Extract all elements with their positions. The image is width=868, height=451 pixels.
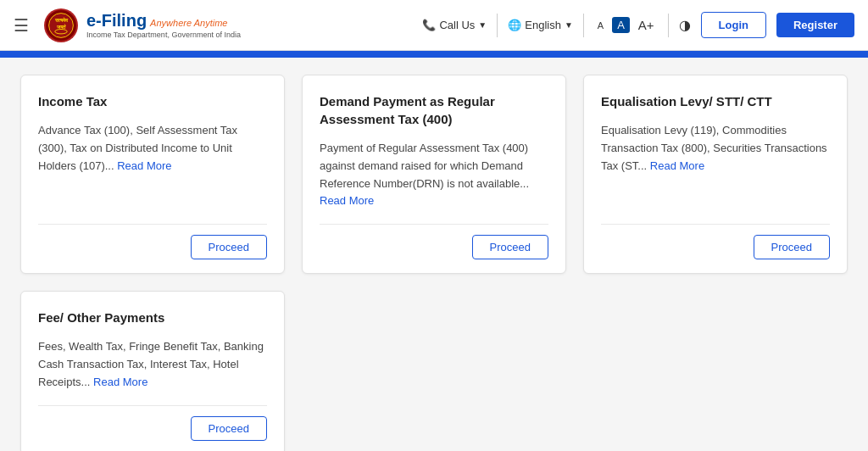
income-tax-title: Income Tax — [38, 92, 267, 110]
svg-text:सत्यमेव: सत्यमेव — [54, 17, 69, 23]
income-tax-footer: Proceed — [38, 224, 267, 259]
logo-subtitle: Income Tax Department, Government of Ind… — [86, 31, 241, 39]
demand-payment-footer: Proceed — [320, 224, 548, 259]
login-button[interactable]: Login — [701, 12, 766, 38]
contrast-button[interactable]: ◑ — [679, 17, 691, 33]
logo-text: e-Filing Anywhere Anytime Income Tax Dep… — [86, 11, 241, 39]
hamburger-menu-icon[interactable]: ☰ — [14, 15, 29, 36]
header: ☰ सत्यमेव जयते e-Filing Anywhere Anytime… — [0, 0, 868, 51]
fee-other-proceed-button[interactable]: Proceed — [191, 416, 267, 441]
font-larger-button[interactable]: A+ — [635, 16, 658, 34]
language-label: English — [525, 19, 561, 31]
header-right: 📞 Call Us ▼ 🌐 English ▼ A A A+ ◑ Login R… — [422, 12, 854, 38]
font-controls: A A A+ — [594, 16, 658, 34]
svg-text:जयते: जयते — [56, 23, 66, 29]
income-tax-proceed-button[interactable]: Proceed — [191, 235, 267, 259]
logo-efiling: e-Filing — [86, 11, 147, 31]
fee-other-description: Fees, Wealth Tax, Fringe Benefit Tax, Ba… — [38, 338, 267, 391]
call-us-button[interactable]: 📞 Call Us ▼ — [422, 19, 487, 31]
logo-tagline: Anywhere Anytime — [150, 18, 227, 28]
header-left: ☰ सत्यमेव जयते e-Filing Anywhere Anytime… — [14, 8, 422, 42]
fee-other-read-more[interactable]: Read More — [93, 376, 147, 388]
demand-payment-title: Demand Payment as Regular Assessment Tax… — [320, 92, 548, 128]
cards-grid: Income Tax Advance Tax (100), Self Asses… — [20, 75, 848, 451]
fee-other-title: Fee/ Other Payments — [38, 309, 267, 326]
call-us-chevron: ▼ — [478, 20, 487, 30]
demand-payment-description: Payment of Regular Assessment Tax (400) … — [320, 140, 548, 210]
blue-accent-bar — [0, 51, 868, 58]
call-us-label: Call Us — [439, 19, 475, 31]
demand-payment-proceed-button[interactable]: Proceed — [472, 235, 548, 259]
income-tax-read-more[interactable]: Read More — [117, 159, 171, 172]
government-emblem: सत्यमेव जयते — [44, 8, 78, 42]
divider-3 — [668, 14, 669, 37]
demand-payment-read-more[interactable]: Read More — [320, 194, 374, 207]
equalisation-levy-proceed-button[interactable]: Proceed — [754, 235, 830, 259]
demand-payment-card: Demand Payment as Regular Assessment Tax… — [302, 75, 566, 274]
income-tax-description: Advance Tax (100), Self Assessment Tax (… — [38, 122, 267, 210]
fee-other-card: Fee/ Other Payments Fees, Wealth Tax, Fr… — [20, 291, 285, 451]
language-selector[interactable]: 🌐 English ▼ — [508, 19, 573, 31]
equalisation-levy-description: Equalisation Levy (119), Commodities Tra… — [601, 122, 830, 210]
fee-other-footer: Proceed — [38, 405, 267, 441]
font-smaller-button[interactable]: A — [594, 19, 607, 32]
equalisation-levy-footer: Proceed — [601, 224, 830, 259]
register-button[interactable]: Register — [776, 13, 854, 37]
language-chevron: ▼ — [565, 20, 573, 30]
equalisation-levy-title: Equalisation Levy/ STT/ CTT — [601, 92, 830, 110]
main-content: Income Tax Advance Tax (100), Self Asses… — [0, 58, 868, 451]
phone-icon: 📞 — [422, 19, 436, 31]
equalisation-levy-read-more[interactable]: Read More — [650, 159, 704, 172]
divider-1 — [497, 14, 498, 37]
font-default-button[interactable]: A — [612, 17, 630, 33]
globe-icon: 🌐 — [508, 19, 521, 31]
divider-2 — [583, 14, 584, 37]
income-tax-card: Income Tax Advance Tax (100), Self Asses… — [20, 75, 285, 274]
equalisation-levy-card: Equalisation Levy/ STT/ CTT Equalisation… — [583, 75, 848, 274]
